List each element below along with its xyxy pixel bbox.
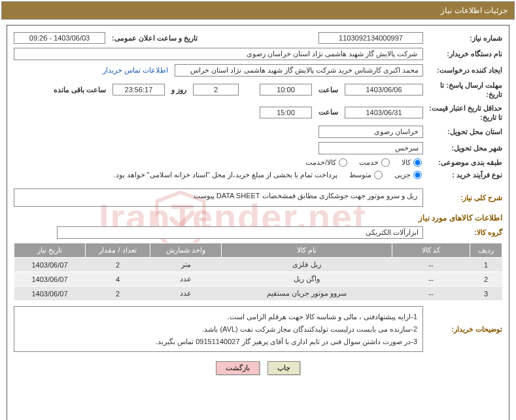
cat-goods-radio[interactable]: [413, 158, 422, 167]
buyer-org-label: نام دستگاه خریدار:: [427, 50, 502, 58]
buyer-note-line3: 3-در صورت داشتن سوال فنی در تایم اداری ب…: [20, 336, 417, 348]
validity-label: حداقل تاریخ اعتبار قیمت: تا تاریخ:: [427, 103, 502, 122]
items-table: ردیف کد کالا نام کالا واحد شمارش تعداد /…: [14, 243, 502, 301]
city-label: شهر محل تحویل:: [427, 144, 502, 152]
items-section-title: اطلاعات کالاهای مورد نیاز: [14, 213, 502, 222]
process-note: پرداخت تمام یا بخشی از مبلغ خرید،از محل …: [14, 171, 337, 179]
buyer-note-box: 1-ارایه پیشنهادفنی ، مالی و شناسه کالا ج…: [14, 306, 423, 352]
remaining-label: ساعت باقی مانده: [51, 86, 109, 94]
desc-label: شرح کلی نیاز:: [427, 194, 502, 202]
group-value: ابزارآلات الکتریکی: [57, 226, 423, 239]
group-label: گروه کالا:: [427, 228, 502, 237]
need-number-label: شماره نیاز:: [427, 34, 502, 43]
table-row: 3 -- سروو موتور جریان مستقیم عدد 2 1403/…: [14, 287, 502, 301]
proc-medium-radio[interactable]: [374, 171, 383, 179]
table-row: 2 -- واگن ریل عدد 4 1403/06/07: [14, 272, 502, 287]
proc-medium-option[interactable]: متوسط: [349, 171, 384, 179]
buyer-note-line1: 1-ارایه پیشنهادفنی ، مالی و شناسه کالا ج…: [20, 311, 417, 323]
need-description: ریل و سرو موتور جهت جوشکاری مطابق فمشخصا…: [14, 188, 423, 207]
category-label: طبقه بندی موضوعی:: [427, 158, 502, 167]
time-remaining: 23:56:17: [112, 84, 165, 96]
validity-date: 1403/06/31: [345, 107, 423, 118]
days-label: روز و: [169, 86, 189, 94]
cat-goods-option[interactable]: کالا: [402, 158, 423, 167]
days-remaining: 2: [193, 84, 239, 96]
city-value: سرخس: [318, 142, 423, 154]
announce-value: 1403/06/03 - 09:26: [14, 32, 105, 44]
requester-label: ایجاد کننده درخواست:: [427, 66, 502, 75]
time-label-1: ساعت: [316, 86, 341, 94]
col-unit: واحد شمارش: [150, 243, 222, 258]
time-label-2: ساعت: [316, 108, 341, 116]
buyer-contact-link[interactable]: اطلاعات تماس خریدار: [103, 66, 171, 75]
category-radios: کالا خدمت کالا/خدمت: [298, 158, 423, 167]
cat-both-option[interactable]: کالا/خدمت: [305, 158, 349, 167]
back-button[interactable]: بازگشت: [216, 361, 260, 375]
col-code: کد کالا: [392, 243, 470, 258]
cat-both-radio[interactable]: [339, 158, 347, 167]
proc-small-radio[interactable]: [413, 171, 422, 179]
print-button[interactable]: چاپ: [267, 361, 300, 375]
cat-service-radio[interactable]: [381, 158, 390, 167]
province-value: خراسان رضوی: [318, 126, 423, 138]
proc-small-option[interactable]: جزیی: [394, 171, 423, 179]
table-row: 1 -- ریل فلزی متر 2 1403/06/07: [14, 258, 502, 272]
validity-time: 15:00: [260, 107, 312, 118]
col-date: تاریخ نیاز: [14, 243, 86, 258]
buyer-note-line2: 2-سازنده می بایست درلیست تولیدکنندگان مج…: [20, 323, 417, 336]
col-row: ردیف: [470, 243, 502, 258]
deadline-date: 1403/06/06: [345, 84, 423, 96]
deadline-label: مهلت ارسال پاسخ: تا تاریخ:: [427, 80, 502, 99]
col-name: نام کالا: [222, 243, 392, 258]
page-title: جزئیات اطلاعات نیاز: [1, 1, 515, 20]
process-label: نوع فرآیند خرید :: [427, 171, 502, 179]
buyer-note-label: توضیحات خریدار:: [427, 325, 502, 334]
announce-label: تاریخ و ساعت اعلان عمومی:: [109, 34, 200, 43]
process-radios: جزیی متوسط: [341, 171, 423, 179]
province-label: استان محل تحویل:: [427, 128, 502, 136]
deadline-time: 10:00: [260, 84, 312, 96]
col-qty: تعداد / مقدار: [86, 243, 150, 258]
need-number-value: 1103092134000997: [318, 32, 423, 44]
requester-value: محمد اکبری کارشناس خرید شرکت پالایش گاز …: [175, 64, 423, 77]
buyer-org-value: شرکت پالایش گاز شهید هاشمی نژاد استان خر…: [14, 48, 423, 60]
cat-service-option[interactable]: خدمت: [359, 158, 391, 167]
